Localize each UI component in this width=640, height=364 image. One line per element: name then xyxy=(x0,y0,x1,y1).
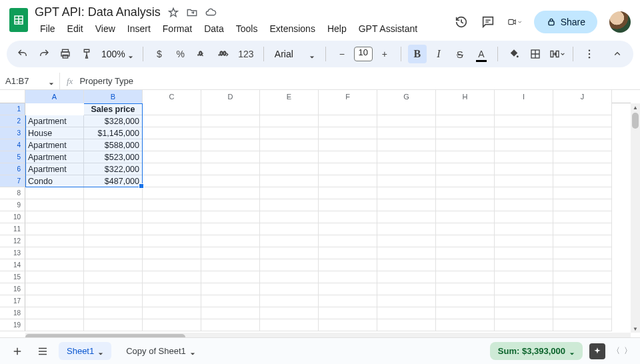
increase-decimal-icon[interactable]: .00 xyxy=(214,45,233,63)
row-header[interactable]: 18 xyxy=(0,307,25,319)
cell[interactable] xyxy=(143,211,201,223)
cell[interactable] xyxy=(553,187,612,199)
cell[interactable] xyxy=(436,319,495,331)
scroll-left-icon[interactable]: 〈 xyxy=(612,345,620,357)
cell-a4[interactable]: Apartment xyxy=(25,139,84,151)
cell[interactable] xyxy=(25,319,84,331)
cell-b7[interactable]: $487,000 xyxy=(84,175,143,187)
row-header[interactable]: 2 xyxy=(0,115,25,127)
font-family-select[interactable]: Arial xyxy=(271,49,319,59)
cell[interactable] xyxy=(319,283,377,295)
cell[interactable] xyxy=(260,223,319,235)
cell[interactable] xyxy=(495,103,553,115)
cell[interactable] xyxy=(436,223,495,235)
cell[interactable] xyxy=(260,151,319,163)
fill-color-icon[interactable] xyxy=(505,45,523,63)
cell[interactable] xyxy=(495,259,553,271)
cloud-saved-icon[interactable] xyxy=(205,7,217,19)
cell[interactable] xyxy=(319,319,377,331)
cell[interactable] xyxy=(377,127,436,139)
cell[interactable] xyxy=(201,175,260,187)
cell[interactable] xyxy=(84,283,143,295)
cell[interactable] xyxy=(319,163,377,175)
cell[interactable] xyxy=(436,283,495,295)
more-toolbar-icon[interactable] xyxy=(580,45,599,63)
cell[interactable] xyxy=(495,115,553,127)
cell[interactable] xyxy=(84,247,143,259)
row-header[interactable]: 10 xyxy=(0,211,25,223)
cell[interactable] xyxy=(436,295,495,307)
cell[interactable] xyxy=(553,319,612,331)
cell[interactable] xyxy=(377,163,436,175)
cell[interactable] xyxy=(25,211,84,223)
cell[interactable] xyxy=(143,259,201,271)
col-header-e[interactable]: E xyxy=(260,90,319,103)
cell[interactable] xyxy=(553,103,612,115)
sheet-tab-copy[interactable]: Copy of Sheet1 xyxy=(118,342,203,360)
row-header[interactable]: 6 xyxy=(0,163,25,175)
cell[interactable] xyxy=(201,211,260,223)
cell[interactable] xyxy=(319,307,377,319)
cell[interactable] xyxy=(553,223,612,235)
menu-data[interactable]: Data xyxy=(199,21,229,37)
cell[interactable] xyxy=(201,307,260,319)
cell[interactable] xyxy=(436,163,495,175)
cell[interactable] xyxy=(260,247,319,259)
cell-b1[interactable]: Sales price xyxy=(84,103,143,115)
cell[interactable] xyxy=(495,235,553,247)
cell[interactable] xyxy=(495,307,553,319)
cell[interactable] xyxy=(201,199,260,211)
explore-icon[interactable] xyxy=(589,343,605,359)
cell[interactable] xyxy=(495,163,553,175)
cell[interactable] xyxy=(143,175,201,187)
cell[interactable] xyxy=(201,223,260,235)
row-header[interactable]: 8 xyxy=(0,187,25,199)
cell[interactable] xyxy=(201,163,260,175)
cell[interactable] xyxy=(495,319,553,331)
cell[interactable] xyxy=(260,283,319,295)
cell[interactable] xyxy=(143,151,201,163)
menu-gpt-assistant[interactable]: GPT Assistant xyxy=(353,21,423,37)
cell[interactable] xyxy=(436,235,495,247)
menu-help[interactable]: Help xyxy=(322,21,352,37)
cell[interactable] xyxy=(260,115,319,127)
paint-format-icon[interactable] xyxy=(77,45,96,63)
strikethrough-button[interactable]: S xyxy=(451,45,469,63)
borders-icon[interactable] xyxy=(526,45,545,63)
cell[interactable] xyxy=(319,175,377,187)
cell[interactable] xyxy=(553,247,612,259)
cell[interactable] xyxy=(143,307,201,319)
cell[interactable] xyxy=(84,259,143,271)
row-header[interactable]: 11 xyxy=(0,223,25,235)
row-header[interactable]: 14 xyxy=(0,259,25,271)
cell[interactable] xyxy=(495,211,553,223)
cell[interactable] xyxy=(201,295,260,307)
cell[interactable] xyxy=(436,259,495,271)
cell[interactable] xyxy=(319,115,377,127)
cell[interactable] xyxy=(143,247,201,259)
col-header-c[interactable]: C xyxy=(143,90,201,103)
cell[interactable] xyxy=(201,283,260,295)
decrease-decimal-icon[interactable]: .0 xyxy=(193,45,211,63)
cell[interactable] xyxy=(553,295,612,307)
all-sheets-icon[interactable] xyxy=(33,342,52,361)
row-header[interactable]: 7 xyxy=(0,175,25,187)
cell[interactable] xyxy=(84,307,143,319)
account-avatar[interactable] xyxy=(609,11,631,33)
collapse-toolbar-icon[interactable] xyxy=(608,45,627,63)
cell[interactable] xyxy=(260,295,319,307)
cell[interactable] xyxy=(260,319,319,331)
select-all-corner[interactable] xyxy=(0,90,25,103)
cell[interactable] xyxy=(436,151,495,163)
redo-icon[interactable] xyxy=(35,45,53,63)
cell[interactable] xyxy=(143,139,201,151)
cell[interactable] xyxy=(319,235,377,247)
cell[interactable] xyxy=(377,307,436,319)
cell[interactable] xyxy=(377,271,436,283)
add-sheet-icon[interactable] xyxy=(8,342,27,361)
cell[interactable] xyxy=(319,199,377,211)
menu-tools[interactable]: Tools xyxy=(231,21,263,37)
cell-b4[interactable]: $588,000 xyxy=(84,139,143,151)
cell[interactable] xyxy=(495,187,553,199)
format-currency-button[interactable]: $ xyxy=(150,45,169,63)
